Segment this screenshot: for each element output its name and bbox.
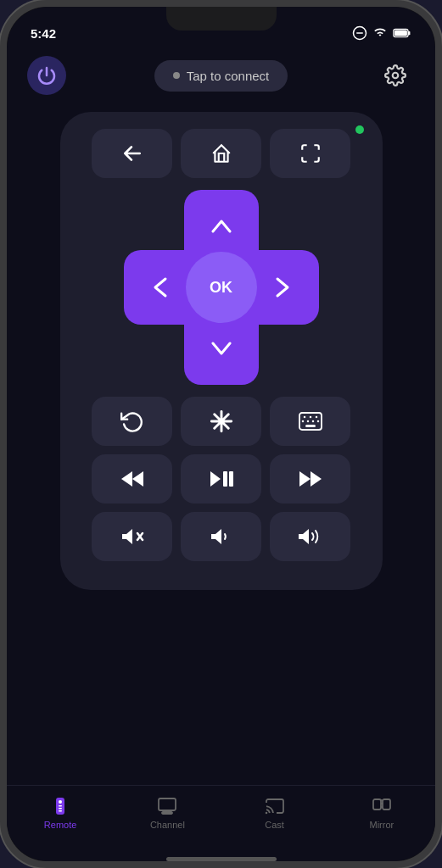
dpad-down-button[interactable]	[184, 319, 259, 378]
svg-marker-16	[132, 471, 143, 487]
connect-dot	[173, 72, 180, 79]
power-button[interactable]	[27, 56, 66, 95]
play-pause-icon	[209, 470, 234, 488]
mirror-tab-icon	[372, 796, 392, 816]
svg-rect-30	[162, 812, 172, 814]
channel-tab-icon	[157, 796, 177, 816]
dpad-left-button[interactable]	[131, 250, 190, 325]
svg-rect-4	[394, 30, 407, 36]
header: Tap to connect	[7, 47, 435, 103]
dpad-right-button[interactable]	[253, 250, 312, 325]
status-time: 5:42	[31, 26, 56, 41]
asterisk-icon	[210, 409, 233, 433]
tab-bar: Remote Channel Cast	[7, 785, 435, 854]
svg-rect-28	[59, 810, 62, 812]
svg-rect-27	[59, 808, 62, 810]
svg-rect-29	[159, 798, 176, 810]
svg-marker-17	[210, 471, 221, 487]
replay-button[interactable]	[92, 397, 172, 446]
back-icon	[121, 144, 143, 163]
rewind-icon	[120, 470, 145, 488]
status-icons	[352, 25, 411, 41]
mute-button[interactable]	[92, 512, 172, 561]
wifi-icon	[372, 27, 388, 39]
notch	[166, 7, 277, 31]
home-indicator	[166, 857, 277, 861]
connect-button[interactable]: Tap to connect	[154, 60, 288, 92]
svg-rect-34	[383, 799, 390, 810]
dpad: OK	[124, 190, 319, 385]
connect-text: Tap to connect	[187, 69, 270, 83]
home-icon	[210, 142, 232, 164]
tab-mirror[interactable]: Mirror	[352, 796, 411, 830]
keyboard-button[interactable]	[270, 397, 350, 446]
svg-rect-14	[305, 425, 316, 427]
keyboard-icon	[299, 412, 322, 431]
fullscreen-button[interactable]	[270, 129, 350, 178]
tab-cast-label: Cast	[265, 820, 284, 830]
nav-row	[77, 129, 366, 178]
fast-forward-button[interactable]	[270, 454, 350, 504]
phone-frame: 5:42	[0, 0, 442, 868]
remote-tab-icon	[50, 796, 70, 816]
fullscreen-icon	[299, 142, 322, 164]
screen: 5:42	[7, 7, 435, 861]
control-row-3	[77, 512, 366, 561]
replay-icon	[120, 409, 144, 433]
home-button[interactable]	[181, 129, 261, 178]
play-pause-button[interactable]	[181, 454, 261, 504]
tab-cast[interactable]: Cast	[245, 796, 305, 830]
volume-down-button[interactable]	[181, 512, 261, 561]
tab-remote-label: Remote	[44, 820, 77, 830]
tab-remote[interactable]: Remote	[31, 796, 90, 830]
tab-mirror-label: Mirror	[370, 820, 394, 830]
settings-button[interactable]	[376, 56, 415, 95]
svg-point-25	[59, 800, 62, 804]
remote-body: OK	[60, 112, 383, 590]
options-button[interactable]	[181, 397, 261, 446]
remote-panel: OK	[7, 103, 435, 785]
svg-marker-21	[311, 471, 322, 487]
svg-point-5	[393, 73, 399, 79]
status-green-dot	[355, 125, 364, 134]
cast-tab-icon	[265, 796, 285, 816]
rewind-button[interactable]	[92, 454, 172, 504]
dpad-container: OK	[77, 190, 366, 385]
volume-up-button[interactable]	[270, 512, 350, 561]
svg-marker-20	[299, 471, 311, 487]
ok-button[interactable]: OK	[186, 252, 257, 323]
control-row-2	[77, 454, 366, 504]
settings-icon	[384, 64, 406, 86]
svg-rect-18	[223, 471, 227, 487]
svg-marker-15	[121, 471, 132, 487]
svg-rect-19	[229, 471, 233, 487]
tab-channel[interactable]: Channel	[137, 796, 197, 830]
svg-rect-3	[408, 31, 410, 36]
svg-rect-26	[59, 805, 62, 807]
dpad-up-button[interactable]	[184, 197, 259, 256]
volume-up-icon	[299, 526, 322, 547]
back-button[interactable]	[92, 129, 172, 178]
power-icon	[36, 65, 57, 86]
battery-icon	[393, 28, 411, 38]
signal-icon	[352, 25, 367, 41]
control-row-1	[77, 397, 366, 446]
mute-icon	[120, 526, 144, 547]
ok-label: OK	[210, 279, 232, 297]
fast-forward-icon	[298, 470, 323, 488]
volume-down-icon	[210, 526, 233, 547]
svg-rect-33	[373, 799, 381, 810]
tab-channel-label: Channel	[150, 820, 185, 830]
